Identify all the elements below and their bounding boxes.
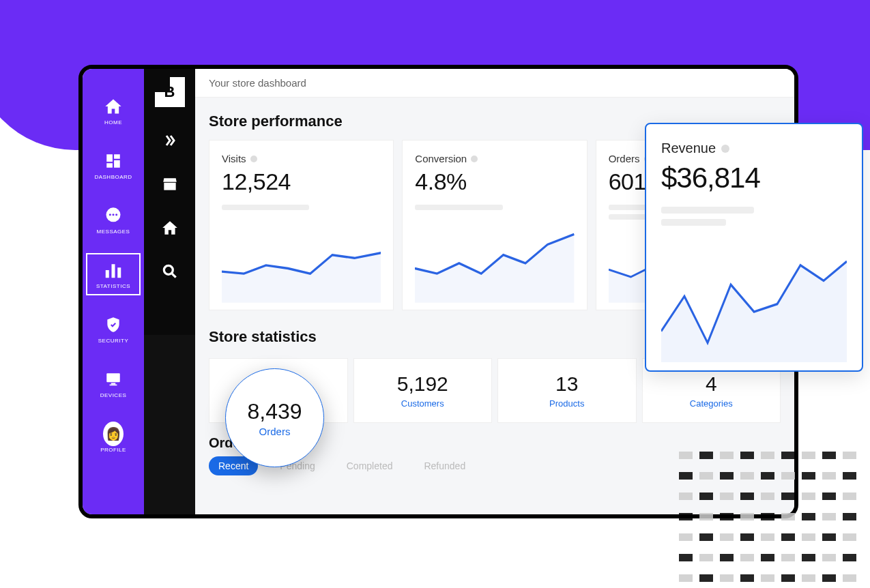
stat-label: Products	[549, 398, 584, 409]
sidebar-item-label: STATISTICS	[96, 283, 130, 289]
sidebar-item-profile[interactable]: 👩 PROFILE	[86, 417, 141, 459]
stat-value: 5,192	[397, 372, 448, 396]
kpi-label: Conversion	[415, 153, 467, 164]
placeholder-bar	[415, 205, 502, 210]
sidebar-item-label: SECURITY	[98, 338, 128, 344]
stat-label: Customers	[401, 398, 444, 409]
tab-refunded[interactable]: Refunded	[414, 456, 475, 475]
sidebar-item-label: MESSAGES	[97, 229, 130, 235]
kpi-label: Orders	[609, 153, 640, 164]
sidebar-primary: HOME DASHBOARD MESSAGES STATISTICS SECUR…	[83, 69, 144, 514]
placeholder-bar	[661, 207, 754, 214]
svg-rect-11	[106, 373, 120, 382]
messages-icon	[103, 205, 124, 226]
svg-point-7	[115, 214, 117, 216]
stat-label: Categories	[690, 398, 733, 409]
brand-logo[interactable]: B	[155, 77, 185, 107]
kpi-value: 4.8%	[415, 168, 574, 195]
kpi-label: Revenue	[661, 141, 716, 156]
sidebar-secondary-wrap: B	[144, 69, 195, 514]
page-title: Your store dashboard	[195, 69, 794, 98]
avatar-icon: 👩	[103, 424, 124, 444]
svg-rect-1	[114, 154, 120, 159]
svg-rect-0	[106, 154, 113, 162]
info-dot-icon	[721, 145, 729, 153]
stat-value: 4	[706, 372, 717, 396]
sidebar-item-security[interactable]: SECURITY	[86, 308, 141, 350]
svg-rect-13	[110, 384, 117, 385]
stat-orders-floating[interactable]: 8,439 Orders	[225, 368, 324, 467]
sidebar-item-devices[interactable]: DEVICES	[86, 362, 141, 405]
svg-rect-12	[111, 383, 116, 384]
search-icon[interactable]	[160, 261, 180, 282]
svg-point-6	[112, 214, 114, 216]
stat-customers[interactable]: 5,192 Customers	[353, 358, 493, 423]
kpi-visits[interactable]: Visits 12,524	[209, 140, 394, 310]
svg-rect-8	[106, 270, 109, 278]
svg-marker-16	[222, 253, 381, 303]
kpi-value: $36,814	[661, 162, 847, 194]
sidebar-item-messages[interactable]: MESSAGES	[86, 199, 141, 241]
svg-rect-10	[117, 267, 121, 278]
kpi-conversion-chart	[415, 220, 574, 303]
svg-rect-9	[112, 264, 115, 278]
kpi-value: 12,524	[222, 168, 381, 195]
kpi-label: Visits	[222, 153, 246, 164]
sidebar-item-dashboard[interactable]: DASHBOARD	[86, 144, 141, 186]
svg-point-15	[164, 265, 173, 274]
decorative-dots	[679, 452, 870, 588]
svg-rect-3	[114, 160, 120, 167]
stat-value: 13	[555, 372, 578, 396]
kpi-visits-chart	[222, 220, 381, 303]
brand-logo-letter: B	[164, 83, 175, 101]
sidebar-item-label: HOME	[104, 119, 122, 126]
sidebar-item-home[interactable]: HOME	[86, 89, 141, 132]
stat-label: Orders	[259, 426, 291, 437]
kpi-revenue-floating[interactable]: Revenue $36,814	[645, 123, 863, 372]
stat-products[interactable]: 13 Products	[497, 358, 637, 423]
kpi-conversion[interactable]: Conversion 4.8%	[402, 140, 587, 310]
info-dot-icon	[250, 156, 257, 162]
sidebar-item-statistics[interactable]: STATISTICS	[86, 253, 141, 295]
placeholder-bar	[222, 205, 309, 210]
svg-point-5	[109, 214, 111, 216]
home-icon-secondary[interactable]	[160, 218, 180, 238]
tab-completed[interactable]: Completed	[337, 456, 403, 475]
bar-chart-icon	[103, 260, 124, 280]
sidebar-item-label: DASHBOARD	[94, 174, 132, 180]
grid-icon	[103, 151, 124, 171]
monitor-icon	[103, 369, 124, 389]
expand-button[interactable]	[160, 130, 180, 151]
sidebar-secondary: B	[144, 69, 195, 335]
sidebar-item-label: DEVICES	[100, 392, 127, 398]
sidebar-item-label: PROFILE	[100, 447, 126, 453]
svg-rect-2	[106, 163, 113, 168]
svg-rect-14	[164, 183, 175, 190]
shield-icon	[103, 314, 124, 335]
svg-marker-17	[415, 234, 574, 302]
kpi-revenue-chart	[661, 238, 847, 362]
home-icon	[103, 96, 124, 117]
placeholder-bar	[661, 219, 726, 226]
stat-value: 8,439	[247, 399, 302, 424]
store-icon[interactable]	[160, 174, 180, 194]
info-dot-icon	[471, 156, 478, 162]
